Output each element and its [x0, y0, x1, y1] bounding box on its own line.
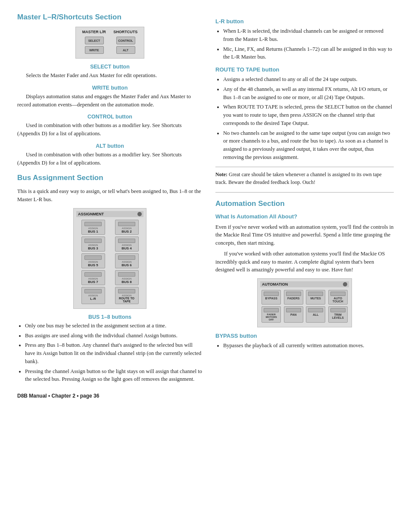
all-btn: ALL: [306, 306, 325, 323]
route-to-tape-btn: ASSIGN ROUTE TO TAPE: [115, 287, 139, 304]
alt-button-text: Used in combination with other buttons a…: [17, 151, 202, 167]
write-btn-device: WRITE: [85, 46, 104, 54]
write-button-text: Displays automation status and engages t…: [17, 93, 202, 109]
bus6-btn: ASSIGN BUS 6: [115, 253, 139, 268]
bus18-bullet-4: Pressing the channel Assign button so th…: [25, 367, 202, 384]
route-tape-bullet-4: No two channels can be assigned to the s…: [223, 129, 394, 162]
route-tape-bullet-2: Any of the 48 channels, as well as any i…: [223, 85, 394, 102]
route-tape-bullet-1: Assigns a selected channel to any or all…: [223, 75, 394, 84]
lr-bullet-1: When L-R is selected, the individual cha…: [223, 27, 394, 44]
bus7-btn: ASSIGN BUS 7: [81, 270, 105, 285]
automation-section-title: Automation Section: [215, 199, 394, 208]
note-text: Note: Great care should be taken wheneve…: [215, 171, 394, 186]
bypass-btn: BYPASS: [262, 290, 281, 305]
route-tape-bullet-3: When ROUTE TO TAPE is selected, press th…: [223, 103, 394, 127]
bus18-bullets: Only one bus may be selected in the assi…: [25, 322, 202, 383]
bypass-bullets: Bypasses the playback of all currently w…: [223, 342, 394, 350]
bus8-btn: ASSIGN BUS 8: [115, 270, 139, 285]
control-button-subtitle: CONTROL button: [17, 114, 202, 120]
mutes-btn: MUTES: [306, 290, 325, 305]
bus18-bullet-2: Bus assigns are used along with the indi…: [25, 332, 202, 340]
assignment-indicator: [137, 212, 142, 216]
automation-device-image: AUTOMATION BYPASS FADERS MUTES: [257, 278, 352, 327]
automation-para2: If you've worked with other automation s…: [215, 250, 394, 274]
page-footer: D8B Manual • Chapter 2 • page 36: [17, 392, 202, 400]
select-button-text: Selects the Master Fader and Aux Master …: [17, 72, 202, 80]
what-is-automation-subtitle: What Is Automation All About?: [215, 213, 394, 220]
bus-assignment-title: Bus Assignment Section: [17, 174, 202, 182]
select-btn-device: SELECT: [85, 37, 104, 44]
automation-indicator: [343, 282, 347, 286]
lr-bullet-2: Mic, Line, FX, and Returns (Channels 1–7…: [223, 45, 394, 62]
bus1-btn: ASSIGN BUS 1: [81, 220, 105, 235]
shortcuts-header: SHORTCUTS: [113, 30, 137, 34]
note-label: Note:: [215, 171, 227, 177]
lr-button-subtitle: L-R button: [215, 18, 394, 25]
control-btn-device: CONTROL: [116, 37, 135, 44]
fader-motors-btn: FADER MOTORS OFF: [262, 306, 281, 323]
select-button-subtitle: SELECT button: [17, 64, 202, 70]
lr-btn: ASSIGN L-R: [81, 287, 105, 304]
control-button-text: Used in combination with other buttons a…: [17, 121, 202, 138]
master-device-image: MASTER L/R SHORTCUTS SELECT CONTROL WRIT…: [75, 27, 144, 59]
left-column: Master L–R/Shortcuts Section MASTER L/R …: [17, 13, 202, 402]
note-box: Note: Great care should be taken wheneve…: [215, 167, 394, 193]
bypass-bullet-1: Bypasses the playback of all currently w…: [223, 342, 394, 350]
auto-touch-btn: AUTO TOUCH: [328, 290, 348, 305]
master-section-title: Master L–R/Shortcuts Section: [17, 13, 202, 22]
faders-btn: FADERS: [284, 290, 303, 305]
bus-assignment-intro: This is a quick and easy way to assign, …: [17, 187, 202, 204]
automation-header: AUTOMATION: [262, 282, 288, 286]
assignment-header: ASSIGNMENT: [78, 212, 104, 216]
bus18-bullet-1: Only one bus may be selected in the assi…: [25, 322, 202, 330]
note-body: Great care should be taken whenever a ch…: [215, 171, 382, 185]
bus2-btn: ASSIGN BUS 2: [115, 220, 139, 235]
bus3-btn: ASSIGN BUS 3: [81, 236, 105, 252]
lr-button-bullets: When L-R is selected, the individual cha…: [223, 27, 394, 61]
bus4-btn: ASSIGN BUS 4: [115, 236, 139, 252]
automation-para1: Even if you've never worked with an auto…: [215, 223, 394, 247]
right-column: L-R button When L-R is selected, the ind…: [215, 13, 394, 402]
master-lr-header: MASTER L/R: [82, 30, 106, 34]
bus18-bullet-3: Press any Bus 1–8 button. Any channel th…: [25, 341, 202, 365]
pan-btn: PAN: [284, 306, 303, 323]
bus18-subtitle: BUS 1–8 buttons: [17, 314, 202, 320]
alt-button-subtitle: ALT button: [17, 143, 202, 149]
trim-levels-btn: TRIM LEVELS: [328, 306, 348, 323]
alt-btn-device: ALT: [116, 46, 135, 54]
assignment-device-image: ASSIGNMENT ASSIGN BUS 1 ASSIGN BUS 2: [73, 208, 146, 309]
route-tape-bullets: Assigns a selected channel to any or all…: [223, 75, 394, 162]
route-tape-subtitle: ROUTE TO TAPE button: [215, 66, 394, 73]
bus5-btn: ASSIGN BUS 5: [81, 253, 105, 268]
write-button-subtitle: WRITE button: [17, 85, 202, 91]
bypass-button-subtitle: BYPASS button: [215, 333, 394, 339]
